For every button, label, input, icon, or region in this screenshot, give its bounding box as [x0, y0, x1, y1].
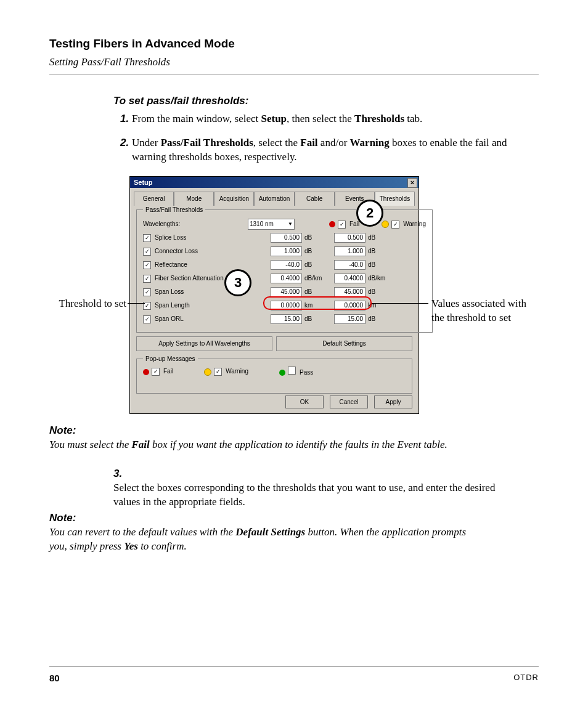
note-body: You can revert to the default values wit… [49, 525, 475, 554]
threshold-fail-input[interactable]: 0.0000 [271, 301, 302, 310]
callout-circle-3: 3 [224, 269, 251, 296]
unit-label: dB/km [302, 274, 325, 283]
threshold-label: Reflectance [155, 261, 247, 269]
section-subheading: Setting Pass/Fail Thresholds [49, 55, 539, 70]
tab-automation[interactable]: Automation [254, 192, 294, 206]
annotation-values: Values associated with the threshold to … [431, 297, 530, 325]
procedure-title: To set pass/fail thresholds: [113, 94, 248, 108]
unit-label: dB [365, 233, 389, 242]
steps-list: From the main window, select Setup, then… [113, 112, 539, 174]
threshold-warn-input[interactable]: 0.0000 [334, 301, 365, 310]
tab-acquisition[interactable]: Acquisition [214, 192, 254, 206]
wavelengths-select[interactable]: 1310 nm▼ [248, 219, 295, 230]
threshold-warn-input[interactable]: 45.000 [334, 287, 365, 297]
unit-label: dB [365, 288, 389, 296]
popup-fail-checkbox[interactable]: ✓ [152, 368, 160, 376]
apply-button[interactable]: Apply [374, 396, 412, 409]
fail-label: Fail [349, 220, 359, 229]
apply-all-wavelengths-button[interactable]: Apply Settings to All Wavelengths [136, 336, 272, 351]
warning-checkbox[interactable]: ✓ [391, 221, 399, 229]
threshold-label: Splice Loss [155, 233, 247, 242]
unit-label: dB [365, 247, 389, 256]
threshold-row: ✓Reflectance-40.0dB-40.0dB [143, 258, 426, 272]
fail-indicator-icon [143, 369, 149, 375]
popup-messages-group: Pop-up Messages ✓Fail ✓Warning Pass [136, 355, 412, 394]
threshold-fail-input[interactable]: 45.000 [271, 287, 302, 297]
tab-general[interactable]: General [134, 192, 174, 206]
threshold-label: Connector Loss [155, 247, 247, 256]
annotation-line [128, 303, 145, 304]
step-1: From the main window, select Setup, then… [132, 112, 539, 126]
page-number: 80 [49, 672, 60, 684]
threshold-warn-input[interactable]: 0.4000 [334, 274, 365, 283]
threshold-fail-input[interactable]: -40.0 [271, 260, 302, 270]
chevron-down-icon: ▼ [288, 221, 293, 228]
popup-pass-checkbox[interactable] [288, 367, 296, 375]
ok-button[interactable]: OK [285, 396, 324, 409]
unit-label: dB [302, 288, 325, 296]
annotation-threshold-to-set: Threshold to set [57, 297, 126, 311]
section-heading: Testing Fibers in Advanced Mode [49, 36, 539, 52]
threshold-fail-input[interactable]: 15.00 [271, 314, 302, 324]
threshold-checkbox[interactable]: ✓ [143, 234, 151, 242]
default-settings-button[interactable]: Default Settings [276, 336, 412, 351]
warning-indicator-icon [382, 221, 389, 228]
threshold-checkbox[interactable]: ✓ [143, 315, 151, 323]
unit-label: dB [302, 247, 325, 256]
doc-id: OTDR [513, 672, 539, 684]
dialog-titlebar: Setup × [130, 177, 419, 188]
threshold-label: Span Length [155, 301, 247, 310]
threshold-warn-input[interactable]: -40.0 [334, 260, 365, 270]
threshold-warn-input[interactable]: 15.00 [334, 314, 365, 324]
threshold-label: Span ORL [155, 315, 247, 323]
threshold-fail-input[interactable]: 0.4000 [271, 274, 302, 283]
fail-checkbox[interactable]: ✓ [338, 221, 346, 229]
warning-label: Warning [403, 220, 426, 229]
note-label: Note: [49, 424, 111, 438]
threshold-row: ✓Span Length0.0000km0.0000km [143, 299, 426, 312]
threshold-checkbox[interactable]: ✓ [143, 261, 151, 269]
tab-thresholds[interactable]: Thresholds [375, 192, 415, 206]
popup-warning-checkbox[interactable]: ✓ [214, 368, 222, 376]
threshold-fail-input[interactable]: 1.000 [271, 246, 302, 256]
threshold-warn-input[interactable]: 1.000 [334, 246, 365, 256]
callout-circle-2: 2 [356, 200, 383, 227]
threshold-checkbox[interactable]: ✓ [143, 288, 151, 296]
note-label: Note: [49, 511, 111, 525]
unit-label: dB [302, 233, 325, 242]
unit-label: dB [365, 261, 389, 269]
threshold-row: ✓Span ORL15.00dB15.00dB [143, 312, 426, 326]
threshold-row: ✓Fiber Section Attenuation0.4000dB/km0.4… [143, 272, 426, 285]
threshold-row: ✓Connector Loss1.000dB1.000dB [143, 245, 426, 258]
threshold-row: ✓Splice Loss0.500dB0.500dB [143, 231, 426, 245]
step-number: 3. [113, 467, 132, 481]
threshold-row: ✓Span Loss45.000dB45.000dB [143, 285, 426, 299]
warning-indicator-icon [204, 368, 211, 376]
header-rule [49, 75, 539, 75]
passfail-legend: Pass/Fail Thresholds [143, 206, 205, 214]
note-body: You must select the Fail box if you want… [49, 438, 475, 452]
threshold-warn-input[interactable]: 0.500 [334, 233, 365, 243]
step-3: Select the boxes corresponding to the th… [113, 481, 520, 509]
threshold-fail-input[interactable]: 0.500 [271, 233, 302, 243]
passfail-group: Pass/Fail Thresholds Wavelengths: 1310 n… [136, 206, 433, 333]
unit-label: km [302, 301, 325, 310]
footer-rule [49, 666, 539, 667]
fail-indicator-icon [329, 221, 335, 227]
popup-legend: Pop-up Messages [143, 355, 198, 363]
threshold-checkbox[interactable]: ✓ [143, 248, 151, 256]
close-icon[interactable]: × [407, 178, 417, 188]
unit-label: dB [365, 315, 389, 323]
cancel-button[interactable]: Cancel [330, 396, 368, 409]
wavelengths-label: Wavelengths: [143, 220, 248, 229]
tab-cable[interactable]: Cable [295, 192, 335, 206]
threshold-checkbox[interactable]: ✓ [143, 275, 151, 283]
unit-label: dB [302, 261, 325, 269]
pass-indicator-icon [279, 370, 285, 376]
unit-label: dB [302, 315, 325, 323]
annotation-line [370, 303, 428, 304]
unit-label: dB/km [365, 274, 389, 283]
step-2: Under Pass/Fail Thresholds, select the F… [132, 136, 539, 164]
tab-mode[interactable]: Mode [174, 192, 214, 206]
dialog-title: Setup [134, 179, 153, 186]
